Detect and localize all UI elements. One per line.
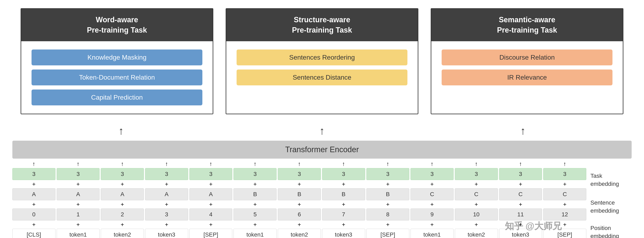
plus-row-3-cell-7: + (322, 221, 365, 228)
token-embedding-row-cell-8: [SEP] (366, 229, 410, 238)
token-embedding-row-cell-7: token3 (322, 229, 365, 238)
task-header-word-aware: Word-awarePre-training Task (21, 9, 213, 41)
token-embedding-row-cell-6: token2 (278, 229, 321, 238)
plus-row-1-cell-3: + (145, 181, 188, 187)
token-embedding-row: [CLS]token1token2token3[SEP]token1token2… (12, 229, 586, 238)
task-embedding-row-cell-4: 3 (190, 168, 232, 180)
small-up-arrows-cell-7: ↑ (322, 161, 365, 167)
embed-label-0: Taskembedding (590, 172, 632, 188)
main-container: Word-awarePre-training TaskKnowledge Mas… (0, 0, 644, 238)
position-embedding-row-cell-0: 0 (12, 208, 56, 220)
sentence-embedding-row-cell-1: A (57, 188, 100, 200)
plus-row-3-cell-2: + (101, 221, 144, 228)
small-up-arrows: ↑↑↑↑↑↑↑↑↑↑↑↑↑ (12, 161, 586, 167)
small-up-arrows-cell-4: ↑ (190, 161, 232, 167)
position-embedding-row-cell-8: 8 (366, 208, 410, 220)
position-embedding-row-cell-11: 11 (499, 208, 542, 220)
plus-row-3-cell-11: + (499, 221, 542, 228)
embed-label-2: Positionembedding (590, 224, 632, 238)
plus-row-2-cell-3: + (145, 201, 188, 208)
task-body-structure-aware: Sentences ReorderingSentences Distance (226, 41, 418, 94)
position-embedding-row-cell-6: 6 (278, 208, 321, 220)
tasks-row: Word-awarePre-training TaskKnowledge Mas… (12, 8, 632, 114)
position-embedding-row-cell-12: 12 (543, 208, 586, 220)
panel-arrow-2: ↑ (422, 123, 624, 139)
chip-semantic-aware-1: IR Relevance (442, 70, 612, 85)
sentence-embedding-row-cell-7: B (322, 188, 365, 200)
position-embedding-row-cell-3: 3 (145, 208, 188, 220)
plus-row-3-cell-4: + (190, 221, 232, 228)
task-body-word-aware: Knowledge MaskingToken-Document Relation… (21, 41, 213, 114)
plus-row-1-cell-11: + (499, 181, 542, 187)
plus-row-3-cell-9: + (410, 221, 454, 228)
task-embedding-row-cell-6: 3 (278, 168, 321, 180)
chip-structure-aware-0: Sentences Reordering (236, 50, 408, 65)
plus-row-2-cell-1: + (57, 201, 100, 208)
embedding-labels: TaskembeddingSentenceembeddingPositionem… (590, 161, 632, 238)
chip-semantic-aware-0: Discourse Relation (442, 50, 612, 65)
plus-row-2-cell-4: + (190, 201, 232, 208)
plus-row-3-cell-10: + (455, 221, 498, 228)
position-embedding-row-cell-10: 10 (455, 208, 498, 220)
sentence-embedding-row-cell-2: A (101, 188, 144, 200)
plus-row-1-cell-12: + (543, 181, 586, 187)
task-embedding-row-cell-1: 3 (57, 168, 100, 180)
chip-word-aware-0: Knowledge Masking (32, 50, 202, 65)
plus-row-2-cell-5: + (234, 201, 276, 208)
plus-row-1-cell-9: + (410, 181, 454, 187)
small-up-arrows-cell-1: ↑ (57, 161, 100, 167)
position-embedding-row-cell-1: 1 (57, 208, 100, 220)
token-embedding-row-cell-12: [SEP] (543, 229, 586, 238)
position-embedding-row-cell-5: 5 (234, 208, 276, 220)
chip-word-aware-1: Token-Document Relation (32, 70, 202, 85)
token-embedding-row-cell-5: token1 (234, 229, 276, 238)
plus-row-3-cell-6: + (278, 221, 321, 228)
task-panel-structure-aware: Structure-awarePre-training TaskSentence… (226, 8, 418, 114)
plus-row-2: +++++++++++++ (12, 201, 586, 208)
plus-row-2-cell-8: + (366, 201, 410, 208)
sentence-embedding-row-cell-3: A (145, 188, 188, 200)
small-up-arrows-cell-8: ↑ (366, 161, 410, 167)
task-embedding-row-cell-9: 3 (410, 168, 454, 180)
plus-row-1-cell-8: + (366, 181, 410, 187)
position-embedding-row-cell-4: 4 (190, 208, 232, 220)
task-embedding-row-cell-5: 3 (234, 168, 276, 180)
token-embedding-row-cell-4: [SEP] (190, 229, 232, 238)
panel-arrow-1: ↑ (222, 123, 422, 139)
embed-label-1: Sentenceembedding (590, 199, 632, 215)
plus-row-1-cell-6: + (278, 181, 321, 187)
sentence-embedding-row-cell-10: C (455, 188, 498, 200)
plus-row-2-cell-7: + (322, 201, 365, 208)
plus-row-1-cell-1: + (57, 181, 100, 187)
token-embedding-row-cell-0: [CLS] (12, 229, 56, 238)
task-header-semantic-aware: Semantic-awarePre-training Task (431, 9, 623, 41)
sentence-embedding-row: AAAAABBBBCCCC (12, 188, 586, 200)
task-embedding-row-cell-3: 3 (145, 168, 188, 180)
token-embedding-row-cell-3: token3 (145, 229, 188, 238)
plus-row-1-cell-2: + (101, 181, 144, 187)
plus-row-1-cell-7: + (322, 181, 365, 187)
task-embedding-row-cell-12: 3 (543, 168, 586, 180)
plus-row-1: +++++++++++++ (12, 181, 586, 187)
chip-word-aware-2: Capital Prediction (32, 90, 202, 105)
plus-row-2-cell-12: + (543, 201, 586, 208)
plus-row-2-cell-2: + (101, 201, 144, 208)
plus-row-1-cell-5: + (234, 181, 276, 187)
small-up-arrows-cell-2: ↑ (101, 161, 144, 167)
plus-row-3-cell-12: + (543, 221, 586, 228)
token-embedding-row-cell-10: token2 (455, 229, 498, 238)
plus-row-2-cell-0: + (12, 201, 56, 208)
task-embedding-row-cell-7: 3 (322, 168, 365, 180)
sentence-embedding-row-cell-9: C (410, 188, 454, 200)
position-embedding-row-cell-7: 7 (322, 208, 365, 220)
task-panel-semantic-aware: Semantic-awarePre-training TaskDiscourse… (431, 8, 624, 114)
small-up-arrows-cell-11: ↑ (499, 161, 542, 167)
small-up-arrows-cell-0: ↑ (12, 161, 56, 167)
sentence-embedding-row-cell-0: A (12, 188, 56, 200)
plus-row-1-cell-10: + (455, 181, 498, 187)
plus-row-2-cell-10: + (455, 201, 498, 208)
grid-area: ↑↑↑↑↑↑↑↑↑↑↑↑↑3333333333333+++++++++++++A… (12, 161, 586, 238)
sentence-embedding-row-cell-5: B (234, 188, 276, 200)
arrows-above-transformer: ↑↑↑ (12, 123, 632, 139)
plus-row-3: +++++++++++++ (12, 221, 586, 228)
